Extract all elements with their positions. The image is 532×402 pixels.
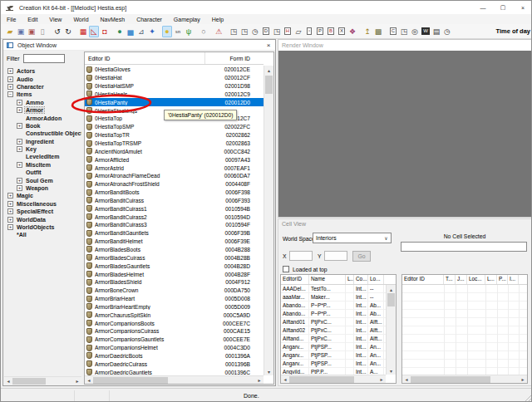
tree-expand-icon[interactable]: + bbox=[17, 139, 22, 145]
object-row[interactable]: ArmorDaedricGauntlets0001396C bbox=[85, 368, 264, 375]
object-row[interactable]: ArmorChaurusSpitSkin000C5A9D bbox=[85, 311, 264, 319]
scroll-left-icon[interactable]: ◂ bbox=[402, 376, 411, 382]
object-row[interactable]: ArmorBladesBoots0004B288 bbox=[85, 246, 264, 254]
tree-item-constructible-object[interactable]: Constructible Object bbox=[4, 130, 81, 137]
column-header[interactable]: Name bbox=[309, 275, 346, 284]
list-vscrollbar[interactable]: ▴ ▾ bbox=[264, 66, 273, 375]
delete-icon[interactable]: ▯ bbox=[37, 26, 47, 37]
column-header[interactable]: L... bbox=[485, 275, 497, 284]
scroll-up-icon[interactable]: ▴ bbox=[264, 66, 273, 74]
tree-expand-icon[interactable]: + bbox=[7, 208, 13, 214]
disk-view-icon[interactable]: ▤ bbox=[431, 26, 441, 37]
box-w-icon[interactable]: W bbox=[421, 26, 431, 37]
object-row[interactable]: ArmorBriarHeartEmpty0005D009 bbox=[85, 302, 264, 311]
object-row[interactable]: ArmorBanditCuirass30010594F bbox=[85, 221, 264, 229]
toggle-sky-icon[interactable]: ▅ bbox=[126, 26, 135, 37]
loaded-at-top-checkbox[interactable] bbox=[283, 266, 289, 272]
maximize-button[interactable]: ▢ bbox=[493, 1, 513, 14]
cell-row[interactable]: Angarv...PtjPSP...Int...An... bbox=[281, 360, 386, 368]
object-row[interactable]: ArmorCompanionsGauntlets000CEE7E bbox=[85, 336, 264, 344]
object-row[interactable]: ArmorBanditCuirass20010594D bbox=[85, 213, 264, 221]
snap-to-grid-icon[interactable]: ▦ bbox=[78, 26, 88, 37]
object-row[interactable]: ArmorDaedricBoots0001396A bbox=[85, 352, 264, 360]
object-window-close-icon[interactable]: × bbox=[262, 42, 275, 49]
cell-row[interactable]: Abando...P~P*P...Int...Ab... bbox=[281, 310, 386, 318]
cell-row[interactable]: Alftand01PtjPxC...Int...Alft... bbox=[281, 318, 386, 326]
tree-item--all[interactable]: *All bbox=[4, 231, 81, 238]
column-header[interactable]: T... bbox=[444, 275, 456, 284]
resize-grip[interactable] bbox=[525, 395, 532, 402]
scroll-up-icon[interactable]: ▴ bbox=[387, 285, 396, 293]
tree-item-worlddata[interactable]: +WorldData bbox=[4, 215, 81, 223]
cells-vscrollbar[interactable]: ▴ ▾ bbox=[386, 285, 396, 375]
scroll-right-icon[interactable]: ▸ bbox=[255, 377, 264, 383]
object-row[interactable]: ArmorBanditCuirass10010594B bbox=[85, 204, 264, 213]
object-row[interactable]: 0HestiaHatSMP02001D98 bbox=[85, 82, 264, 91]
cell-row[interactable]: Angarv...PtjPSP...Int...An... bbox=[281, 343, 386, 351]
tree-expand-icon[interactable]: + bbox=[7, 84, 13, 90]
object-row[interactable]: 0HestiaTopTRSMP02002863 bbox=[85, 140, 264, 148]
menu-file[interactable]: File bbox=[1, 17, 22, 22]
tree-expand-icon[interactable]: + bbox=[17, 178, 22, 184]
tree-expand-icon[interactable]: + bbox=[7, 76, 13, 82]
clock-icon[interactable]: ◷ bbox=[250, 26, 260, 37]
snap-to-angle-icon[interactable]: ◺ bbox=[89, 26, 99, 37]
render-window-title[interactable]: Render Window bbox=[278, 40, 532, 51]
tree-expand-icon[interactable]: + bbox=[17, 100, 22, 105]
object-row[interactable]: 0HestiaHeels020012C9 bbox=[85, 91, 264, 99]
window-cascade-icon[interactable]: ◳ bbox=[229, 26, 239, 37]
cells-hscrollbar[interactable]: ◂ ▸ bbox=[281, 375, 386, 383]
tree-item-actors[interactable]: +Actors bbox=[4, 67, 81, 75]
tree-item-character[interactable]: +Character bbox=[4, 83, 81, 91]
menu-help[interactable]: Help bbox=[206, 17, 229, 22]
version-control-icon[interactable]: ▣ bbox=[27, 26, 37, 37]
references-hscrollbar[interactable]: ◂ ▸ bbox=[402, 375, 527, 383]
column-editor-id[interactable]: Editor ID bbox=[85, 52, 205, 64]
tree-item-outfit[interactable]: Outfit bbox=[4, 169, 81, 176]
scroll-right-icon[interactable]: ▸ bbox=[377, 376, 386, 382]
tree-item-weapon[interactable]: +Weapon bbox=[4, 184, 81, 192]
box-pattern-icon[interactable]: ▩ bbox=[373, 26, 383, 37]
undo-icon[interactable]: ↺ bbox=[52, 26, 62, 37]
cell-row[interactable]: Angarv...PtjPSP...Int...An... bbox=[281, 351, 386, 360]
run-havok-sim-icon[interactable]: ⊿ bbox=[136, 26, 146, 37]
column-header[interactable]: Loc... bbox=[467, 275, 485, 284]
save-plugin-icon[interactable]: ▣ bbox=[16, 26, 26, 37]
tree-expand-icon[interactable]: − bbox=[7, 91, 13, 97]
box-c-icon[interactable]: C bbox=[388, 26, 398, 37]
tree-item-items[interactable]: −Items bbox=[4, 91, 81, 98]
object-row[interactable]: ArmorAfflicted00097A43 bbox=[85, 155, 264, 164]
tree-item-ingredient[interactable]: +Ingredient bbox=[4, 138, 81, 145]
tree-item-specialeffect[interactable]: +SpecialEffect bbox=[4, 208, 81, 215]
window-extra-icon[interactable]: ◳ bbox=[399, 26, 409, 37]
cube-icon[interactable]: ▱ bbox=[293, 26, 303, 37]
open-file-icon[interactable]: ▰ bbox=[5, 26, 15, 37]
tree-expand-icon[interactable]: + bbox=[17, 185, 22, 191]
column-header[interactable]: Co... bbox=[354, 275, 368, 284]
column-form-id[interactable]: Form ID bbox=[205, 56, 264, 61]
column-header[interactable]: Lo... bbox=[368, 275, 384, 284]
column-header[interactable]: Editor ID bbox=[402, 275, 444, 284]
tree-expand-icon[interactable]: + bbox=[17, 123, 22, 129]
warnings-icon[interactable]: ⚠ bbox=[214, 26, 224, 37]
object-row[interactable]: ArmorAtronachFlameDead00060DA7 bbox=[85, 172, 264, 180]
target-icon[interactable]: ◎ bbox=[410, 26, 420, 37]
object-row[interactable]: 0HestiaHat020012CF bbox=[85, 74, 264, 82]
column-header[interactable]: I... bbox=[508, 275, 519, 284]
scroll-down-icon[interactable]: ▾ bbox=[387, 366, 396, 375]
object-row[interactable]: ArmorCompanionsCuirass000CAE15 bbox=[85, 327, 264, 336]
menu-view[interactable]: View bbox=[43, 17, 67, 22]
toggle-sound-icon[interactable]: sn bbox=[173, 26, 183, 37]
column-header[interactable]: P... bbox=[497, 275, 508, 284]
window-layout-icon[interactable]: ◳ bbox=[272, 26, 282, 37]
tree-item-miscitem[interactable]: +MiscItem bbox=[4, 161, 81, 169]
tree-expand-icon[interactable]: + bbox=[7, 193, 13, 199]
menu-gameplay[interactable]: Gameplay bbox=[168, 17, 206, 22]
column-header[interactable]: J... bbox=[456, 275, 467, 284]
object-row[interactable]: ArmorBanditBoots0006F398 bbox=[85, 189, 264, 197]
object-row[interactable]: 0HestiaTopSMP020022FC bbox=[85, 123, 264, 131]
world-space-dropdown[interactable]: Interiors ∨ bbox=[313, 233, 392, 243]
box-blank-icon[interactable]: ▫ bbox=[304, 26, 314, 37]
minimize-button[interactable]: — bbox=[473, 1, 493, 14]
cell-name-field[interactable] bbox=[401, 242, 527, 252]
